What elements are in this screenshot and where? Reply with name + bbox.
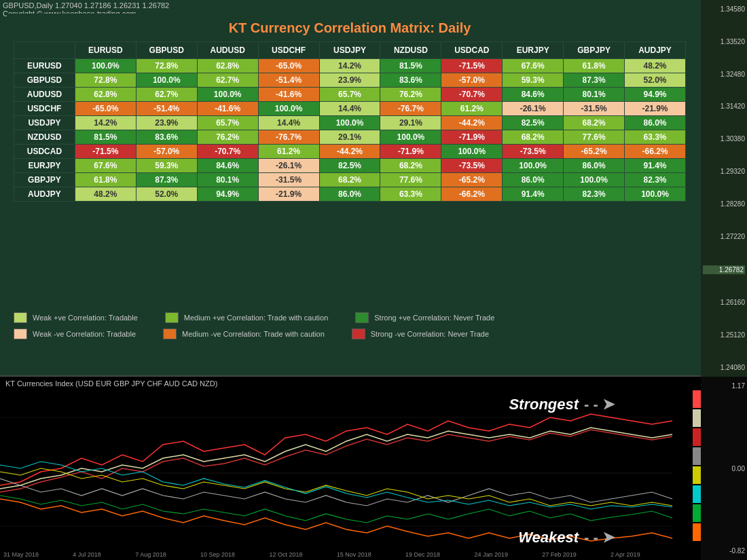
matrix-cell: -26.1% [258, 159, 319, 173]
matrix-col-header: USDJPY [319, 42, 380, 59]
matrix-cell: 94.9% [197, 187, 258, 202]
matrix-cell: 59.3% [136, 159, 197, 173]
matrix-row-label: AUDJPY [14, 187, 75, 202]
weakest-label: Weakest - - ➤ [518, 529, 615, 546]
weakest-text: Weakest [518, 529, 579, 546]
legend: Weak +ve Correlation: TradableMedium +ve… [14, 312, 686, 339]
matrix-row-label: EURJPY [14, 159, 75, 173]
matrix-row: EURJPY67.6%59.3%84.6%-26.1%82.5%68.2%-73… [14, 159, 686, 173]
matrix-cell: 62.8% [75, 88, 136, 102]
legend-label: Weak -ve Correlation: Tradable [33, 330, 136, 338]
cad-line [0, 479, 693, 506]
x-axis-label: 24 Jan 2019 [474, 551, 508, 558]
price-tick: 1.29320 [703, 168, 745, 175]
matrix-row-label: USDCHF [14, 102, 75, 116]
matrix-cell: -70.7% [441, 88, 503, 102]
matrix-cell: -57.0% [136, 145, 197, 159]
legend-item: Weak +ve Correlation: Tradable [14, 312, 138, 323]
matrix-cell: -51.4% [258, 73, 319, 88]
matrix-row: AUDUSD62.8%62.7%100.0%-41.6%65.7%76.2%-7… [14, 88, 686, 102]
matrix-cell: 67.6% [75, 159, 136, 173]
legend-label: Medium -ve Correlation: Trade with cauti… [182, 330, 325, 338]
matrix-cell: 80.1% [564, 88, 625, 102]
matrix-cell: 29.1% [319, 130, 380, 145]
matrix-cell: -71.9% [441, 130, 503, 145]
legend-row-2: Weak -ve Correlation: TradableMedium -ve… [14, 329, 686, 339]
matrix-cell: 72.8% [136, 59, 197, 73]
matrix-container: KT Currency Correlation Matrix: Daily EU… [7, 14, 693, 202]
matrix-row: GBPJPY61.8%87.3%80.1%-31.5%68.2%77.6%-65… [14, 173, 686, 187]
matrix-cell: -21.9% [258, 187, 319, 202]
matrix-cell: -71.9% [380, 145, 441, 159]
matrix-cell: 82.5% [319, 159, 380, 173]
matrix-cell: 100.0% [258, 102, 319, 116]
legend-item: Medium -ve Correlation: Trade with cauti… [163, 329, 325, 339]
matrix-cell: -26.1% [503, 102, 564, 116]
chart-info: GBPUSD,Daily 1.27040 1.27186 1.26231 1.2… [3, 1, 169, 10]
jpy-line [0, 414, 693, 485]
price-tick-bottom: -0.82 [703, 547, 745, 555]
correlation-matrix: EURUSDGBPUSDAUDUSDUSDCHFUSDJPYNZDUSDUSDC… [14, 41, 686, 202]
matrix-cell: 68.2% [503, 130, 564, 145]
matrix-cell: -71.5% [441, 59, 503, 73]
matrix-cell: 91.4% [503, 187, 564, 202]
matrix-cell: 61.2% [441, 102, 503, 116]
matrix-cell: 81.5% [380, 59, 441, 73]
matrix-cell: 81.5% [75, 130, 136, 145]
matrix-cell: 84.6% [503, 88, 564, 102]
matrix-row: AUDJPY48.2%52.0%94.9%-21.9%86.0%63.3%-66… [14, 187, 686, 202]
legend-label: Strong -ve Correlation: Never Trade [371, 330, 489, 338]
matrix-cell: 59.3% [503, 73, 564, 88]
matrix-cell: 82.3% [625, 173, 686, 187]
strongest-text: Strongest [509, 396, 579, 413]
matrix-cell: 52.0% [625, 73, 686, 88]
matrix-col-header: EURJPY [503, 42, 564, 59]
x-axis-label: 27 Feb 2019 [542, 551, 577, 558]
matrix-cell: -76.7% [380, 102, 441, 116]
matrix-cell: -73.5% [503, 145, 564, 159]
matrix-cell: -66.2% [441, 187, 503, 202]
x-axis-label: 2 Apr 2019 [611, 551, 640, 558]
matrix-cell: -21.9% [625, 102, 686, 116]
matrix-cell: 82.3% [564, 187, 625, 202]
matrix-cell: -66.2% [625, 145, 686, 159]
aud-line [0, 496, 693, 523]
legend-label: Strong +ve Correlation: Never Trade [374, 314, 494, 322]
legend-row-1: Weak +ve Correlation: TradableMedium +ve… [14, 312, 686, 323]
matrix-col-header: AUDJPY [625, 42, 686, 59]
matrix-cell: 62.8% [197, 59, 258, 73]
matrix-cell: 100.0% [380, 130, 441, 145]
matrix-header-empty [14, 42, 75, 59]
matrix-cell: 72.8% [75, 73, 136, 88]
legend-color-box [165, 312, 179, 323]
price-tick-bottom: 0.00 [703, 465, 745, 472]
x-axis-label: 10 Sep 2018 [200, 551, 235, 558]
matrix-cell: -51.4% [136, 102, 197, 116]
price-tick: 1.26160 [703, 299, 745, 306]
matrix-cell: 80.1% [197, 173, 258, 187]
matrix-cell: 100.0% [564, 173, 625, 187]
x-axis: 31 May 20184 Jul 20187 Aug 201810 Sep 20… [3, 551, 706, 558]
matrix-cell: 65.7% [319, 88, 380, 102]
legend-color-box [352, 329, 365, 339]
matrix-cell: 48.2% [75, 187, 136, 202]
chart-title-bottom: KT Currencies Index (USD EUR GBP JPY CHF… [5, 379, 217, 388]
matrix-cell: 29.1% [380, 116, 441, 130]
legend-color-box [163, 329, 177, 339]
legend-color-box [14, 312, 27, 323]
matrix-cell: -57.0% [441, 73, 503, 88]
price-tick: 1.33520 [703, 38, 745, 45]
x-axis-label: 4 Jul 2018 [73, 551, 101, 558]
matrix-cell: 48.2% [625, 59, 686, 73]
legend-color-box [355, 312, 369, 323]
price-tick: 1.28280 [703, 200, 745, 208]
legend-item: Strong +ve Correlation: Never Trade [355, 312, 494, 323]
matrix-cell: 100.0% [625, 187, 686, 202]
matrix-cell: 86.0% [625, 116, 686, 130]
matrix-col-header: GBPJPY [564, 42, 625, 59]
matrix-cell: -65.2% [564, 145, 625, 159]
price-tick: 1.34580 [703, 5, 745, 13]
matrix-cell: 100.0% [441, 145, 503, 159]
matrix-cell: 100.0% [503, 159, 564, 173]
matrix-cell: 52.0% [136, 187, 197, 202]
